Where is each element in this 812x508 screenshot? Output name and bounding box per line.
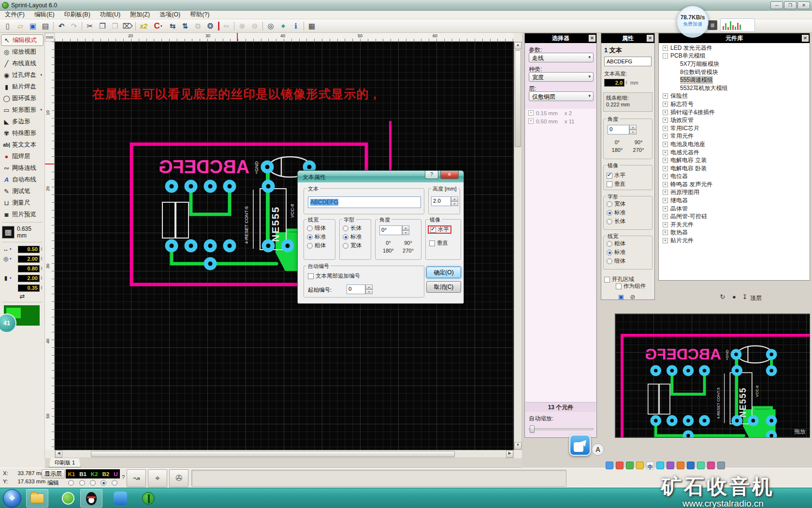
text-value-field[interactable]: ABCDEFG [604,57,652,66]
angle-quick-option[interactable]: 90° [398,240,418,246]
expand-icon[interactable]: + [528,119,534,124]
taskbar-app[interactable] [80,489,102,508]
spin-up-icon[interactable]: ▲ [451,196,458,201]
toolbar-button-save[interactable]: ▣▾ [27,20,39,32]
mirror-horizontal-checkbox[interactable]: 水平 [607,171,652,179]
close-icon[interactable]: ✕ [589,35,595,42]
mirror-vertical-checkbox[interactable]: 垂直 [607,180,652,188]
mirror-vertical-checkbox[interactable]: 垂直 [429,239,448,247]
tray-icon[interactable] [707,462,715,469]
via-outer-value[interactable]: 2.00 [18,255,40,263]
save-macro-icon[interactable]: ▣ [617,293,625,301]
library-tree-item[interactable]: + 电解电容 卧装 [660,164,809,173]
layer-badge[interactable]: B1 [79,471,87,477]
layer-badge[interactable]: B2 [102,471,110,477]
library-tree-item[interactable]: 5X7万能板模块 [660,60,809,68]
menu-item[interactable]: 编辑(E) [29,10,59,19]
toolbar-button-mirror-horizontal[interactable]: ⇆▾ [166,20,179,32]
font-shape-radio[interactable]: 标准 [607,209,652,216]
layer-badge[interactable]: K1 [68,471,75,477]
grid-settings-button[interactable]: ▦ [2,226,14,239]
library-tree-item[interactable]: 5532耳机放大模组 [660,84,809,92]
angle-quick-option[interactable]: 0° [607,139,628,145]
rotate-preview-icon[interactable]: ↻ [718,293,727,301]
mode-button-via-mode[interactable]: ⌖ [148,469,167,487]
tool-button[interactable]: ▭ 矩形图形 ▾ [1,104,44,116]
menu-item[interactable]: 功能(U) [95,10,125,19]
edit-layer-radio[interactable] [101,479,106,486]
horizontal-scrollbar[interactable]: ◀ ▶ [55,450,514,458]
append-number-checkbox[interactable]: 文本尾部追加编号 [308,272,360,280]
library-tree-item[interactable]: + 蜂鸣器 发声元件 [660,180,809,189]
tree-toggle-icon[interactable]: + [663,158,668,163]
menu-item[interactable]: 文件(F) [0,10,29,19]
toolbar-button-delete[interactable]: ⌦▾ [121,20,134,32]
pad-width-value[interactable]: 2.00 [18,275,40,282]
tray-icon[interactable]: 中 [646,462,654,469]
angle-quick-option[interactable]: 270° [628,147,649,153]
edit-layer-radio[interactable] [90,479,96,486]
tree-toggle-icon[interactable]: + [663,45,668,51]
tree-toggle-icon[interactable]: + [663,206,668,211]
toolbar-button[interactable]: ▾ [232,20,236,32]
toolbar-button-grid[interactable]: ▦▾ [305,20,318,32]
spin-down-icon[interactable]: ▼ [365,289,373,294]
library-tree-item[interactable]: + 电位器 [660,173,809,181]
library-tree-item[interactable]: + 晶闸管-可控硅 [660,212,809,221]
spin-up-icon[interactable]: ▲ [402,225,409,230]
tree-toggle-icon[interactable]: + [663,182,668,187]
dialog-titlebar[interactable]: 文本属性 [298,171,464,182]
library-tree-item[interactable]: + 场效应管 [660,116,809,124]
autozoom-slider[interactable] [529,425,594,433]
tree-toggle-icon[interactable]: + [663,198,668,203]
toolbar-button-connections[interactable]: ∾▾ [220,20,232,32]
library-tree-item[interactable]: + 电解电容 立装 [660,156,809,164]
tray-icon[interactable] [656,462,664,469]
menu-item[interactable]: 附加(Z) [125,10,155,19]
scroll-right-icon[interactable]: ▶ [506,450,513,458]
pad-height-value[interactable]: 0.35 [18,284,40,292]
slider-thumb[interactable] [530,425,535,433]
library-tree-item[interactable]: + 贴片元件 [660,237,809,245]
tray-icon[interactable] [616,462,624,469]
angle-quick-option[interactable]: 90° [628,139,649,145]
tool-button[interactable]: A 自动布线 ▾ [1,174,44,185]
tool-button[interactable]: ◎ 缩放视图 ▾ [1,46,44,58]
tool-button[interactable]: ⊔ 测量尺 ▾ [1,197,44,209]
tray-icon[interactable] [677,462,684,469]
speed-bubble[interactable]: 78.7KB/s 免费加速 [677,6,709,38]
toolbar-button-open[interactable]: ▱▾ [14,20,27,32]
line-width-radio[interactable]: 标准 [307,233,335,240]
chevron-down-icon[interactable]: ▾ [10,247,14,251]
ok-button[interactable]: 确定(O) [426,267,461,278]
tool-button[interactable]: ▮ 贴片焊盘 ▾ [1,81,44,92]
tool-button[interactable]: ◯ 圆环弧形 ▾ [1,92,44,104]
spin-down-icon[interactable]: ▼ [451,201,458,206]
tree-toggle-icon[interactable]: + [663,166,668,171]
tray-icon[interactable] [717,462,725,469]
toolbar-button-duplicate[interactable]: x2▾ [137,20,150,32]
tree-toggle-icon[interactable]: - [663,53,668,59]
vertical-scrollbar[interactable]: ▲ ▼ [514,42,522,450]
toolbar-button-info[interactable]: ℹ▾ [290,20,302,32]
toolbar-button-stack[interactable]: ⧉▾ [191,20,204,32]
taskbar-app[interactable] [109,489,131,508]
tool-button[interactable]: ◙ 照片预览 ▾ [1,209,44,220]
cancel-button[interactable]: 取消(C) [426,281,461,293]
toolbar-button-snap-grid[interactable]: ❂▾ [204,20,217,32]
spin-down-icon[interactable]: ▼ [402,230,409,235]
library-tree-item[interactable]: 555调速模组 [660,76,809,84]
line-width-radio[interactable]: 细体 [607,257,652,265]
tree-toggle-icon[interactable]: + [663,230,668,235]
chevron-down-icon[interactable]: ▾ [10,257,14,261]
close-icon[interactable]: ✕ [802,35,809,42]
assistant-a-icon[interactable]: A [592,443,604,456]
toolbar-button-copy[interactable]: ❐▾ [96,20,109,32]
edit-layer-radio[interactable] [68,479,74,486]
menu-item[interactable]: 印刷板(B) [59,10,95,19]
library-tree-item[interactable]: - PCB单元模组 [660,52,809,60]
expand-icon[interactable]: + [528,110,534,116]
scroll-left-icon[interactable]: ◀ [55,450,62,458]
chevron-down-icon[interactable]: ▾ [10,276,14,280]
toolbar-button[interactable]: ▾ [134,20,137,32]
